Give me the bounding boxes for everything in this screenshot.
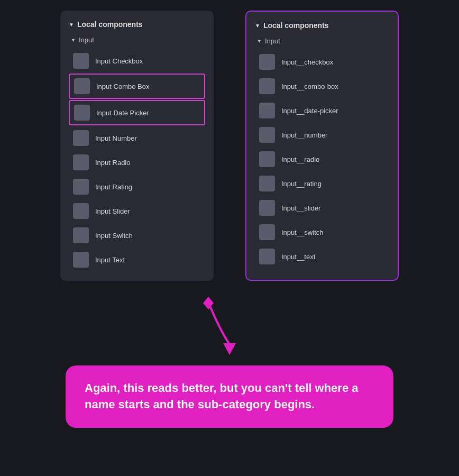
left-item-text[interactable]: Input Text	[69, 248, 205, 271]
left-item-rating[interactable]: Input Rating	[69, 175, 205, 198]
left-icon-date-picker	[74, 105, 90, 121]
right-label-rating: Input__rating	[281, 180, 322, 188]
right-panel: ▼ Local components ▼ Input Input__checkb…	[245, 11, 399, 281]
right-label-slider: Input__slider	[281, 204, 320, 212]
right-item-rating[interactable]: Input__rating	[255, 172, 389, 195]
left-item-switch[interactable]: Input Switch	[69, 224, 205, 247]
right-icon-text	[259, 249, 275, 264]
right-icon-switch	[259, 224, 275, 240]
arrow-area	[11, 297, 448, 360]
svg-marker-0	[223, 343, 236, 355]
right-panel-title: Local components	[263, 21, 329, 30]
left-item-combo-box[interactable]: Input Combo Box	[69, 74, 205, 99]
left-panel-header: ▼ Local components	[69, 20, 205, 29]
right-label-combo-box: Input__combo-box	[281, 83, 338, 90]
left-section-triangle: ▼	[71, 38, 76, 43]
left-panel-title: Local components	[77, 20, 143, 29]
left-item-checkbox[interactable]: Input Checkbox	[69, 49, 205, 72]
svg-marker-1	[203, 297, 214, 309]
right-component-list: Input__checkbox Input__combo-box Input__…	[255, 50, 389, 268]
left-header-triangle: ▼	[69, 22, 74, 28]
right-label-radio: Input__radio	[281, 155, 319, 163]
right-label-date-picker: Input__date-picker	[281, 107, 338, 115]
left-label-date-picker: Input Date Picker	[96, 109, 149, 117]
right-item-number[interactable]: Input__number	[255, 123, 389, 147]
right-section-name: Input	[265, 37, 280, 45]
right-label-number: Input__number	[281, 131, 327, 139]
right-icon-rating	[259, 176, 275, 191]
right-label-checkbox: Input__checkbox	[281, 58, 333, 66]
right-item-switch[interactable]: Input__switch	[255, 221, 389, 244]
right-section-label: ▼ Input	[257, 37, 389, 45]
left-item-slider[interactable]: Input Slider	[69, 199, 205, 223]
left-icon-text	[73, 252, 89, 268]
right-icon-radio	[259, 151, 275, 167]
left-label-slider: Input Slider	[95, 207, 130, 215]
left-label-number: Input Number	[95, 134, 137, 142]
left-item-radio[interactable]: Input Radio	[69, 151, 205, 174]
right-item-text[interactable]: Input__text	[255, 245, 389, 268]
right-item-combo-box[interactable]: Input__combo-box	[255, 75, 389, 98]
left-label-text: Input Text	[95, 256, 125, 264]
left-panel: ▼ Local components ▼ Input Input Checkbo…	[60, 11, 214, 281]
right-header-triangle: ▼	[255, 23, 260, 29]
left-label-combo-box: Input Combo Box	[96, 83, 149, 90]
right-item-checkbox[interactable]: Input__checkbox	[255, 50, 389, 74]
tooltip-box: Again, this reads better, but you can't …	[66, 365, 393, 428]
top-panels: ▼ Local components ▼ Input Input Checkbo…	[11, 11, 448, 281]
right-item-radio[interactable]: Input__radio	[255, 148, 389, 171]
left-icon-checkbox	[73, 53, 89, 69]
left-icon-radio	[73, 154, 89, 170]
left-label-rating: Input Rating	[95, 183, 132, 191]
left-icon-switch	[73, 227, 89, 243]
left-label-checkbox: Input Checkbox	[95, 57, 143, 65]
right-item-slider[interactable]: Input__slider	[255, 196, 389, 219]
arrow-svg	[177, 297, 282, 360]
right-icon-date-picker	[259, 103, 275, 118]
left-label-radio: Input Radio	[95, 159, 131, 167]
left-item-date-picker[interactable]: Input Date Picker	[69, 100, 205, 125]
left-section-label: ▼ Input	[71, 36, 205, 44]
left-section-name: Input	[79, 36, 94, 44]
right-label-text: Input__text	[281, 253, 315, 261]
right-panel-header: ▼ Local components	[255, 21, 389, 30]
left-icon-number	[73, 130, 89, 146]
right-icon-number	[259, 127, 275, 143]
left-icon-rating	[73, 179, 89, 195]
right-icon-combo-box	[259, 78, 275, 94]
right-section-triangle: ▼	[257, 39, 262, 44]
right-icon-checkbox	[259, 54, 275, 70]
right-label-switch: Input__switch	[281, 228, 324, 236]
left-component-list: Input Checkbox Input Combo Box Input Dat…	[69, 49, 205, 271]
tooltip-text: Again, this reads better, but you can't …	[85, 381, 358, 411]
left-icon-combo-box	[74, 78, 90, 94]
right-item-date-picker[interactable]: Input__date-picker	[255, 99, 389, 122]
left-item-number[interactable]: Input Number	[69, 126, 205, 150]
left-label-switch: Input Switch	[95, 232, 133, 240]
right-icon-slider	[259, 200, 275, 216]
left-icon-slider	[73, 203, 89, 219]
